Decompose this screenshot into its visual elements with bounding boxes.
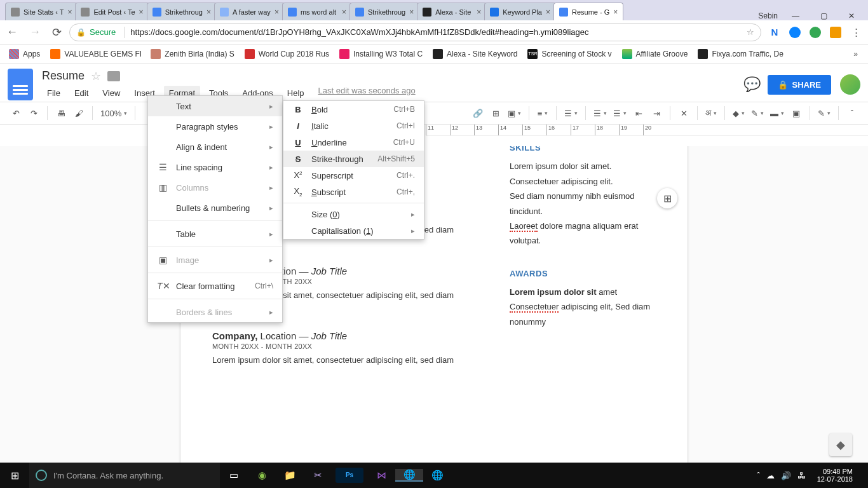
menu-line-spacing[interactable]: ☰Line spacing▸: [148, 157, 282, 177]
submenu-subscript[interactable]: X2SubscriptCtrl+,: [283, 184, 424, 200]
menu-text[interactable]: Text▸: [148, 96, 282, 116]
share-button[interactable]: 🔒SHARE: [768, 75, 831, 95]
input-tools-button[interactable]: अ: [703, 104, 719, 122]
ext-icon[interactable]: N: [769, 27, 780, 38]
star-icon[interactable]: ☆: [747, 27, 754, 37]
bookmark[interactable]: Zenith Birla (India) S: [148, 48, 236, 60]
chrome-menu-button[interactable]: ⋮: [850, 27, 862, 38]
close-icon[interactable]: ×: [613, 8, 618, 17]
taskbar-snip[interactable]: ✂: [304, 470, 332, 481]
taskbar-chrome-canary[interactable]: 🌐: [423, 470, 451, 481]
bookmark[interactable]: Alexa - Site Keyword: [430, 48, 520, 60]
tray-chevron-icon[interactable]: ˆ: [757, 471, 759, 480]
menu-bullets-numbering[interactable]: Bullets & numbering▸: [148, 198, 282, 218]
taskbar-clock[interactable]: 09:48 PM 12-07-2018: [811, 468, 859, 483]
editing-mode-button[interactable]: ✎: [815, 104, 833, 122]
bookmark[interactable]: VALUEABLE GEMS FI: [48, 48, 143, 60]
tab-edit-post[interactable]: Edit Post ‹ Te×: [75, 3, 149, 20]
explore-button[interactable]: ◆: [829, 433, 852, 456]
tray-cloud-icon[interactable]: ☁: [766, 471, 775, 480]
bookmark[interactable]: Affiliate Groove: [620, 48, 691, 60]
menu-view[interactable]: View: [97, 86, 125, 100]
close-icon[interactable]: ×: [477, 8, 481, 17]
close-icon[interactable]: ×: [409, 8, 414, 17]
bookmark-apps[interactable]: Apps: [6, 48, 43, 60]
menu-edit[interactable]: Edit: [69, 86, 93, 100]
cortana-search[interactable]: I'm Cortana. Ask me anything.: [29, 463, 220, 488]
tray-volume-icon[interactable]: 🔊: [781, 471, 791, 480]
crop-button[interactable]: ▣: [788, 104, 804, 122]
taskbar-chrome[interactable]: 🌐: [395, 469, 423, 482]
redo-button[interactable]: ↷: [25, 104, 42, 122]
tab-alexa[interactable]: Alexa - Site×: [417, 3, 487, 20]
close-icon[interactable]: ×: [67, 8, 72, 17]
bookmark-overflow[interactable]: »: [853, 50, 862, 58]
taskbar-vs[interactable]: ⋈: [367, 470, 395, 481]
tab-faster-way[interactable]: A faster way×: [214, 3, 285, 20]
back-button[interactable]: ←: [6, 25, 18, 39]
bookmark[interactable]: Fixya.com Traffic, De: [695, 48, 785, 60]
submenu-size[interactable]: Size (0)▸: [283, 206, 424, 222]
print-button[interactable]: 🖶: [53, 104, 69, 122]
close-window-button[interactable]: ✕: [841, 11, 862, 20]
menu-file[interactable]: File: [42, 86, 65, 100]
floating-add-comment-button[interactable]: ⊞: [657, 188, 677, 208]
undo-button[interactable]: ↶: [8, 104, 24, 122]
tab-strikethrough-1[interactable]: Strikethroug×: [147, 3, 217, 20]
menu-clear-formatting[interactable]: T✕Clear formattingCtrl+\: [148, 276, 282, 296]
document-title[interactable]: Resume: [42, 69, 85, 83]
maximize-button[interactable]: ▢: [813, 11, 834, 20]
border-weight-button[interactable]: ✎: [749, 104, 766, 122]
border-dash-button[interactable]: ▬: [768, 104, 787, 122]
border-color-button[interactable]: ◆: [730, 104, 747, 122]
folder-icon[interactable]: [107, 71, 120, 81]
indent-inc-button[interactable]: ⇥: [648, 104, 665, 122]
close-icon[interactable]: ×: [139, 8, 144, 17]
submenu-italic[interactable]: IItalicCtrl+I: [283, 118, 424, 134]
account-avatar[interactable]: [840, 74, 860, 95]
tab-keyword[interactable]: Keyword Pla×: [484, 3, 556, 20]
submenu-capitalisation[interactable]: Capitalisation (1)▸: [283, 222, 424, 239]
add-comment-button[interactable]: ⊞: [487, 104, 504, 122]
minimize-button[interactable]: —: [785, 11, 806, 20]
numbered-list-button[interactable]: ☰: [591, 104, 609, 122]
star-icon[interactable]: ☆: [91, 69, 101, 83]
clear-format-button[interactable]: ✕: [675, 104, 692, 122]
submenu-strikethrough[interactable]: SStrike-throughAlt+Shift+5: [283, 151, 424, 167]
ruler[interactable]: 11121314151617181920: [426, 125, 868, 136]
tray-network-icon[interactable]: 🖧: [797, 471, 806, 480]
tab-ms-word[interactable]: ms word alt×: [282, 3, 352, 20]
menu-align-indent[interactable]: Align & indent▸: [148, 137, 282, 157]
ext-icon[interactable]: [830, 27, 841, 38]
close-icon[interactable]: ×: [275, 8, 279, 17]
link-button[interactable]: 🔗: [470, 104, 486, 122]
bullet-list-button[interactable]: ☰: [611, 104, 629, 122]
tab-resume[interactable]: Resume - G×: [553, 3, 623, 20]
submenu-superscript[interactable]: X2SuperscriptCtrl+.: [283, 167, 424, 184]
menu-table[interactable]: Table▸: [148, 224, 282, 244]
taskbar-explorer[interactable]: 📁: [276, 470, 304, 481]
hide-menus-button[interactable]: ˆ: [844, 104, 860, 122]
submenu-underline[interactable]: UUnderlineCtrl+U: [283, 134, 424, 151]
task-view-button[interactable]: ▭: [220, 470, 248, 481]
taskbar-photoshop[interactable]: Ps: [336, 468, 363, 483]
tab-site-stats[interactable]: Site Stats ‹ T×: [5, 3, 78, 20]
docs-logo-icon[interactable]: [8, 69, 33, 100]
reload-button[interactable]: ⟳: [52, 25, 62, 39]
bookmark[interactable]: Installing W3 Total C: [337, 48, 425, 60]
menu-help[interactable]: Help: [282, 86, 309, 100]
taskbar-androidstudio[interactable]: ◉: [248, 470, 276, 481]
indent-dec-button[interactable]: ⇤: [630, 104, 647, 122]
line-spacing-button[interactable]: ☰: [562, 104, 580, 122]
close-icon[interactable]: ×: [207, 8, 211, 17]
submenu-bold[interactable]: BBoldCtrl+B: [283, 101, 424, 118]
system-tray[interactable]: ˆ ☁ 🔊 🖧: [752, 471, 810, 480]
close-icon[interactable]: ×: [342, 8, 346, 17]
url-input[interactable]: 🔒 Secure https://docs.google.com/documen…: [69, 24, 761, 41]
bookmark[interactable]: TSRScreening of Stock v: [525, 48, 614, 60]
forward-button[interactable]: →: [29, 25, 41, 39]
last-edit-note[interactable]: Last edit was seconds ago: [318, 86, 416, 100]
comments-icon[interactable]: 💬: [743, 77, 759, 92]
zoom-select[interactable]: 100%: [98, 104, 130, 122]
start-button[interactable]: ⊞: [0, 470, 29, 482]
